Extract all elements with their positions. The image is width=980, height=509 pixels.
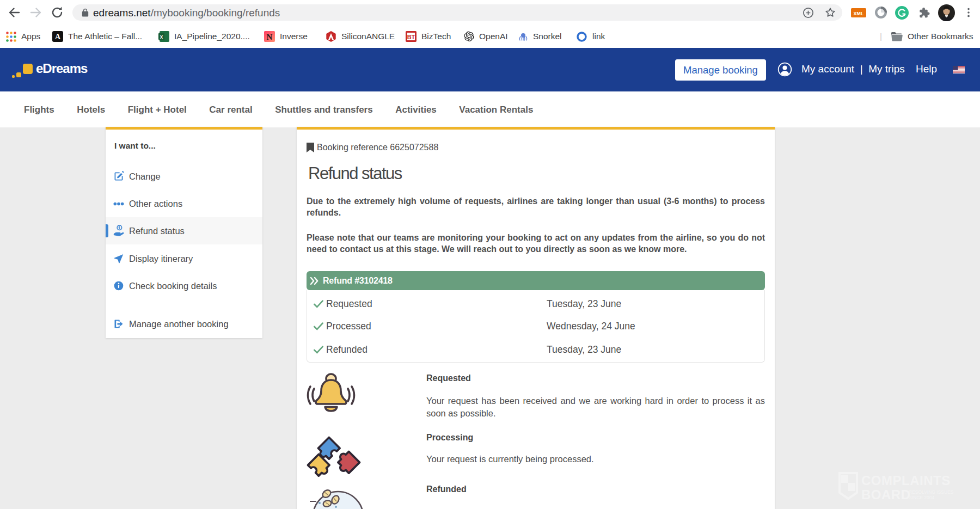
svg-text:RESOLVING ISSUES: RESOLVING ISSUES — [909, 489, 954, 495]
svg-text:A: A — [55, 33, 61, 41]
svg-text:BT: BT — [407, 34, 415, 40]
svg-text:BOARD: BOARD — [861, 487, 911, 502]
svg-text:N: N — [267, 33, 273, 41]
svg-text:x: x — [160, 34, 163, 40]
svg-text:COMPLAINTS: COMPLAINTS — [861, 473, 951, 488]
svg-text:XML: XML — [854, 11, 865, 16]
svg-text:SINCE 2004: SINCE 2004 — [909, 495, 935, 500]
